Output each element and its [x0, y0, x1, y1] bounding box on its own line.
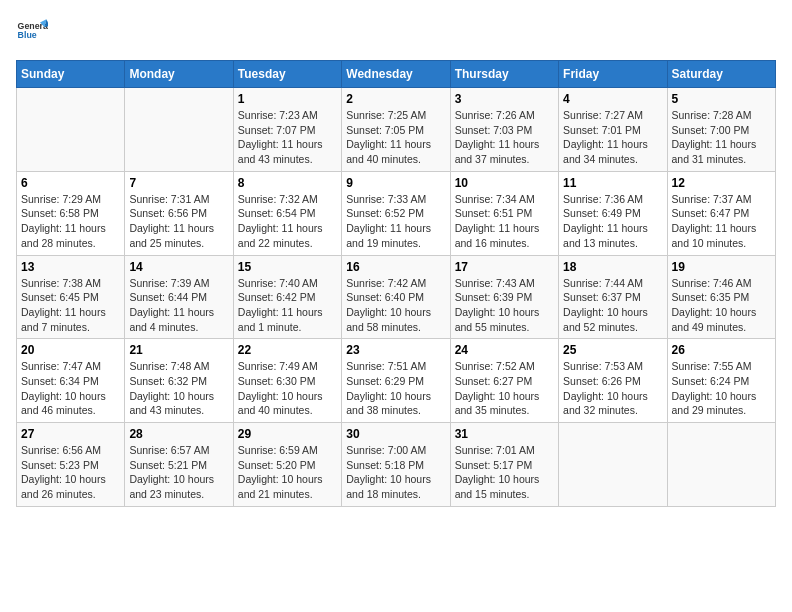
day-detail: Sunrise: 7:00 AM Sunset: 5:18 PM Dayligh…: [346, 443, 445, 502]
day-cell: 31Sunrise: 7:01 AM Sunset: 5:17 PM Dayli…: [450, 423, 558, 507]
day-number: 23: [346, 343, 445, 357]
day-cell: 3Sunrise: 7:26 AM Sunset: 7:03 PM Daylig…: [450, 88, 558, 172]
col-header-monday: Monday: [125, 61, 233, 88]
day-number: 27: [21, 427, 120, 441]
svg-text:Blue: Blue: [18, 30, 37, 40]
day-detail: Sunrise: 6:56 AM Sunset: 5:23 PM Dayligh…: [21, 443, 120, 502]
day-detail: Sunrise: 6:57 AM Sunset: 5:21 PM Dayligh…: [129, 443, 228, 502]
day-number: 6: [21, 176, 120, 190]
day-cell: 22Sunrise: 7:49 AM Sunset: 6:30 PM Dayli…: [233, 339, 341, 423]
day-detail: Sunrise: 7:47 AM Sunset: 6:34 PM Dayligh…: [21, 359, 120, 418]
day-cell: 1Sunrise: 7:23 AM Sunset: 7:07 PM Daylig…: [233, 88, 341, 172]
day-cell: 12Sunrise: 7:37 AM Sunset: 6:47 PM Dayli…: [667, 171, 775, 255]
day-cell: 23Sunrise: 7:51 AM Sunset: 6:29 PM Dayli…: [342, 339, 450, 423]
day-cell: 5Sunrise: 7:28 AM Sunset: 7:00 PM Daylig…: [667, 88, 775, 172]
day-cell: [125, 88, 233, 172]
day-cell: 15Sunrise: 7:40 AM Sunset: 6:42 PM Dayli…: [233, 255, 341, 339]
day-detail: Sunrise: 7:46 AM Sunset: 6:35 PM Dayligh…: [672, 276, 771, 335]
day-cell: 18Sunrise: 7:44 AM Sunset: 6:37 PM Dayli…: [559, 255, 667, 339]
day-number: 9: [346, 176, 445, 190]
day-detail: Sunrise: 7:27 AM Sunset: 7:01 PM Dayligh…: [563, 108, 662, 167]
day-detail: Sunrise: 7:29 AM Sunset: 6:58 PM Dayligh…: [21, 192, 120, 251]
day-detail: Sunrise: 7:01 AM Sunset: 5:17 PM Dayligh…: [455, 443, 554, 502]
day-cell: 20Sunrise: 7:47 AM Sunset: 6:34 PM Dayli…: [17, 339, 125, 423]
day-detail: Sunrise: 7:33 AM Sunset: 6:52 PM Dayligh…: [346, 192, 445, 251]
week-row-2: 6Sunrise: 7:29 AM Sunset: 6:58 PM Daylig…: [17, 171, 776, 255]
day-detail: Sunrise: 7:53 AM Sunset: 6:26 PM Dayligh…: [563, 359, 662, 418]
day-number: 24: [455, 343, 554, 357]
day-detail: Sunrise: 7:43 AM Sunset: 6:39 PM Dayligh…: [455, 276, 554, 335]
day-cell: 9Sunrise: 7:33 AM Sunset: 6:52 PM Daylig…: [342, 171, 450, 255]
week-row-4: 20Sunrise: 7:47 AM Sunset: 6:34 PM Dayli…: [17, 339, 776, 423]
day-number: 1: [238, 92, 337, 106]
day-cell: 14Sunrise: 7:39 AM Sunset: 6:44 PM Dayli…: [125, 255, 233, 339]
day-detail: Sunrise: 7:36 AM Sunset: 6:49 PM Dayligh…: [563, 192, 662, 251]
day-detail: Sunrise: 7:32 AM Sunset: 6:54 PM Dayligh…: [238, 192, 337, 251]
day-number: 7: [129, 176, 228, 190]
col-header-sunday: Sunday: [17, 61, 125, 88]
day-detail: Sunrise: 7:51 AM Sunset: 6:29 PM Dayligh…: [346, 359, 445, 418]
day-detail: Sunrise: 7:23 AM Sunset: 7:07 PM Dayligh…: [238, 108, 337, 167]
day-detail: Sunrise: 6:59 AM Sunset: 5:20 PM Dayligh…: [238, 443, 337, 502]
day-number: 25: [563, 343, 662, 357]
day-detail: Sunrise: 7:49 AM Sunset: 6:30 PM Dayligh…: [238, 359, 337, 418]
day-number: 31: [455, 427, 554, 441]
day-number: 17: [455, 260, 554, 274]
day-cell: 7Sunrise: 7:31 AM Sunset: 6:56 PM Daylig…: [125, 171, 233, 255]
day-cell: 24Sunrise: 7:52 AM Sunset: 6:27 PM Dayli…: [450, 339, 558, 423]
day-detail: Sunrise: 7:44 AM Sunset: 6:37 PM Dayligh…: [563, 276, 662, 335]
day-cell: 8Sunrise: 7:32 AM Sunset: 6:54 PM Daylig…: [233, 171, 341, 255]
day-number: 22: [238, 343, 337, 357]
day-detail: Sunrise: 7:34 AM Sunset: 6:51 PM Dayligh…: [455, 192, 554, 251]
day-number: 13: [21, 260, 120, 274]
day-detail: Sunrise: 7:48 AM Sunset: 6:32 PM Dayligh…: [129, 359, 228, 418]
day-cell: 11Sunrise: 7:36 AM Sunset: 6:49 PM Dayli…: [559, 171, 667, 255]
day-number: 3: [455, 92, 554, 106]
week-row-5: 27Sunrise: 6:56 AM Sunset: 5:23 PM Dayli…: [17, 423, 776, 507]
day-cell: 4Sunrise: 7:27 AM Sunset: 7:01 PM Daylig…: [559, 88, 667, 172]
day-cell: 29Sunrise: 6:59 AM Sunset: 5:20 PM Dayli…: [233, 423, 341, 507]
week-row-3: 13Sunrise: 7:38 AM Sunset: 6:45 PM Dayli…: [17, 255, 776, 339]
logo-icon: General Blue: [16, 16, 48, 48]
day-cell: 10Sunrise: 7:34 AM Sunset: 6:51 PM Dayli…: [450, 171, 558, 255]
day-number: 5: [672, 92, 771, 106]
day-cell: 30Sunrise: 7:00 AM Sunset: 5:18 PM Dayli…: [342, 423, 450, 507]
day-number: 10: [455, 176, 554, 190]
col-header-tuesday: Tuesday: [233, 61, 341, 88]
day-detail: Sunrise: 7:26 AM Sunset: 7:03 PM Dayligh…: [455, 108, 554, 167]
week-row-1: 1Sunrise: 7:23 AM Sunset: 7:07 PM Daylig…: [17, 88, 776, 172]
col-header-saturday: Saturday: [667, 61, 775, 88]
col-header-friday: Friday: [559, 61, 667, 88]
day-number: 29: [238, 427, 337, 441]
day-cell: [667, 423, 775, 507]
day-number: 12: [672, 176, 771, 190]
page-header: General Blue: [16, 16, 776, 48]
day-number: 21: [129, 343, 228, 357]
day-number: 19: [672, 260, 771, 274]
day-detail: Sunrise: 7:38 AM Sunset: 6:45 PM Dayligh…: [21, 276, 120, 335]
day-cell: [559, 423, 667, 507]
day-number: 16: [346, 260, 445, 274]
day-cell: 27Sunrise: 6:56 AM Sunset: 5:23 PM Dayli…: [17, 423, 125, 507]
day-number: 4: [563, 92, 662, 106]
day-number: 20: [21, 343, 120, 357]
day-number: 28: [129, 427, 228, 441]
day-detail: Sunrise: 7:40 AM Sunset: 6:42 PM Dayligh…: [238, 276, 337, 335]
day-cell: [17, 88, 125, 172]
day-number: 2: [346, 92, 445, 106]
day-detail: Sunrise: 7:42 AM Sunset: 6:40 PM Dayligh…: [346, 276, 445, 335]
logo: General Blue: [16, 16, 52, 48]
day-cell: 21Sunrise: 7:48 AM Sunset: 6:32 PM Dayli…: [125, 339, 233, 423]
day-cell: 28Sunrise: 6:57 AM Sunset: 5:21 PM Dayli…: [125, 423, 233, 507]
col-header-wednesday: Wednesday: [342, 61, 450, 88]
day-cell: 17Sunrise: 7:43 AM Sunset: 6:39 PM Dayli…: [450, 255, 558, 339]
day-number: 26: [672, 343, 771, 357]
day-number: 14: [129, 260, 228, 274]
day-number: 11: [563, 176, 662, 190]
day-cell: 25Sunrise: 7:53 AM Sunset: 6:26 PM Dayli…: [559, 339, 667, 423]
calendar-header-row: SundayMondayTuesdayWednesdayThursdayFrid…: [17, 61, 776, 88]
day-detail: Sunrise: 7:28 AM Sunset: 7:00 PM Dayligh…: [672, 108, 771, 167]
day-cell: 16Sunrise: 7:42 AM Sunset: 6:40 PM Dayli…: [342, 255, 450, 339]
day-cell: 19Sunrise: 7:46 AM Sunset: 6:35 PM Dayli…: [667, 255, 775, 339]
day-number: 18: [563, 260, 662, 274]
